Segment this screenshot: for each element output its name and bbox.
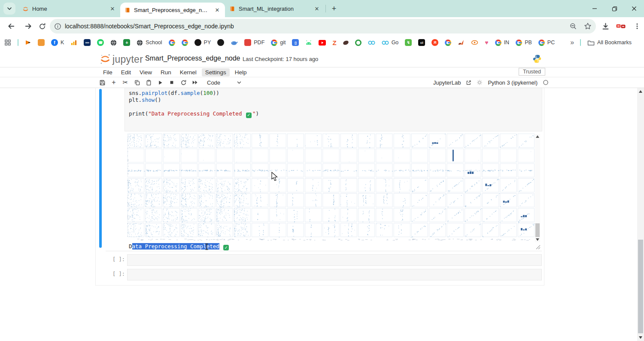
bookmark-android[interactable] [305, 40, 312, 45]
bookmark-ieee[interactable]: IEEE [84, 39, 91, 46]
omnibox[interactable]: localhost:8888/notebooks/Smart_Preproces… [50, 19, 596, 33]
menu-kernel[interactable]: Kernel [176, 68, 200, 76]
tab-close-icon[interactable]: ✕ [109, 5, 116, 12]
cell-type-dropdown[interactable]: Code [207, 79, 220, 86]
close-window-button[interactable] [624, 0, 644, 17]
notebook-title[interactable]: Smart_Preprocess_edge_node [145, 55, 240, 62]
code-line[interactable]: plt.show() [129, 97, 259, 104]
external-link-icon[interactable] [466, 80, 471, 85]
stdout-text[interactable]: Data Preprocessing Completed ✓ [129, 243, 230, 250]
restart-run-all-button[interactable] [191, 79, 199, 86]
bookmark-web-dark[interactable] [110, 40, 117, 46]
bookmark-google-2[interactable] [182, 40, 188, 46]
bookmark-whatsapp[interactable]: ☎ [97, 39, 104, 46]
tab-close-icon[interactable]: ✕ [214, 6, 221, 13]
bookmark-google-pc[interactable]: PC [538, 40, 555, 46]
bookmark-sheets[interactable]: + [123, 39, 130, 46]
tab-notebook-active[interactable]: Smart_Preprocess_edge_node ✕ [120, 3, 225, 17]
bookmark-claude[interactable]: cl [418, 39, 425, 46]
scroll-up-icon[interactable] [639, 90, 642, 93]
cut-cell-button[interactable]: ✂ [122, 79, 129, 86]
bookmark-heart[interactable]: ♥ [485, 40, 488, 46]
copy-cell-button[interactable] [133, 79, 141, 86]
all-bookmarks-button[interactable]: All Bookmarks [587, 40, 632, 46]
browser-menu-button[interactable] [632, 21, 642, 31]
zoom-out-icon[interactable] [569, 22, 577, 30]
bookmark-go-1[interactable] [368, 40, 375, 46]
run-cell-button[interactable] [156, 79, 164, 86]
jupyter-logo[interactable]: jupyter [100, 53, 143, 65]
scroll-thumb[interactable] [638, 240, 643, 333]
empty-code-cell[interactable] [127, 254, 542, 266]
back-button[interactable] [6, 21, 16, 31]
menu-edit[interactable]: Edit [118, 68, 134, 76]
downloads-button[interactable] [600, 21, 611, 31]
bookmark-launcher[interactable] [4, 39, 11, 46]
bookmark-zotero[interactable]: Z [332, 40, 336, 46]
bookmark-analytics[interactable] [70, 40, 77, 46]
scroll-down-icon[interactable] [639, 336, 642, 339]
bookmark-dark-circle[interactable] [217, 39, 224, 46]
bookmark-blue-tool[interactable]: [] [292, 39, 299, 46]
code-line[interactable] [129, 104, 259, 110]
bookmark-google-3[interactable] [445, 40, 451, 46]
code-lines[interactable]: sns.pairplot(df.sample(100))plt.show() p… [129, 90, 259, 118]
bookmark-matlab[interactable] [458, 40, 465, 46]
bookmark-green-bolt[interactable]: ↯ [405, 39, 412, 46]
save-button[interactable] [98, 79, 106, 86]
interrupt-kernel-button[interactable] [168, 79, 176, 86]
menu-help[interactable]: Help [231, 68, 250, 76]
bookmark-pdf[interactable]: PDF [244, 39, 264, 46]
extension-icon[interactable] [616, 21, 626, 31]
output-scroll-down-icon[interactable] [536, 238, 539, 241]
tab-close-icon[interactable]: ✕ [313, 5, 320, 12]
bookmark-yandex[interactable]: Я [431, 39, 438, 46]
paste-cell-button[interactable] [145, 79, 152, 86]
site-info-icon[interactable] [54, 23, 61, 30]
menu-view[interactable]: View [136, 68, 155, 76]
bookmark-youtube[interactable] [319, 40, 326, 46]
bookmark-google-1[interactable] [169, 40, 175, 46]
minimize-button[interactable] [585, 0, 605, 17]
output-scroll-up-icon[interactable] [536, 135, 539, 138]
menu-file[interactable]: File [100, 68, 116, 76]
bookmark-bean[interactable] [343, 41, 349, 45]
jupyterlab-link[interactable]: JupyterLab [433, 79, 461, 86]
url-text[interactable]: localhost:8888/notebooks/Smart_Preproces… [65, 23, 569, 30]
cell-type-chevron-icon[interactable] [235, 79, 243, 86]
menu-settings[interactable]: Settings [202, 68, 230, 76]
page-scrollbar[interactable] [637, 88, 644, 341]
menu-run[interactable]: Run [157, 68, 175, 76]
new-tab-button[interactable]: + [328, 3, 340, 14]
bookmark-eye[interactable] [471, 40, 478, 45]
output-scroll-thumb[interactable] [535, 223, 540, 237]
bookmark-github[interactable]: PY [194, 39, 211, 46]
code-line[interactable]: sns.pairplot(df.sample(100)) [129, 90, 259, 97]
output-scrollbar[interactable] [535, 134, 540, 242]
bookmark-google-in[interactable]: IN [495, 40, 510, 46]
tab-search-button[interactable] [3, 3, 15, 15]
bookmarks-overflow-icon[interactable]: » [570, 39, 574, 46]
bookmark-google-pb[interactable]: PB [516, 40, 532, 46]
bookmark-go-2[interactable]: Go [382, 40, 399, 46]
tab-ml-integration[interactable]: Smart_ML_integration ✕ [225, 0, 325, 17]
bookmark-whale[interactable] [231, 40, 238, 46]
code-line[interactable]: print("Data Preprocessing Completed ✓") [129, 110, 259, 118]
restart-kernel-button[interactable] [179, 79, 187, 86]
bookmark-bookmark-arrow[interactable] [25, 40, 31, 46]
bookmark-google-git[interactable]: git [271, 40, 286, 46]
empty-code-cell[interactable] [127, 269, 542, 280]
output-resize-handle[interactable] [535, 244, 541, 251]
bookmark-star-icon[interactable] [584, 22, 592, 30]
bookmark-school[interactable]: School [137, 40, 162, 46]
restore-button[interactable] [605, 0, 624, 17]
bookmark-green-ring[interactable] [355, 40, 361, 46]
bookmark-facebook[interactable]: fK [51, 39, 64, 46]
forward-button[interactable] [23, 21, 33, 31]
reload-button[interactable] [37, 21, 47, 31]
insert-cell-button[interactable]: + [110, 79, 118, 86]
trusted-button[interactable]: Trusted [519, 68, 545, 76]
kernel-name[interactable]: Python 3 (ipykernel) [488, 79, 538, 86]
gear-icon[interactable] [477, 79, 483, 85]
tab-home[interactable]: Home ✕ [18, 0, 120, 17]
